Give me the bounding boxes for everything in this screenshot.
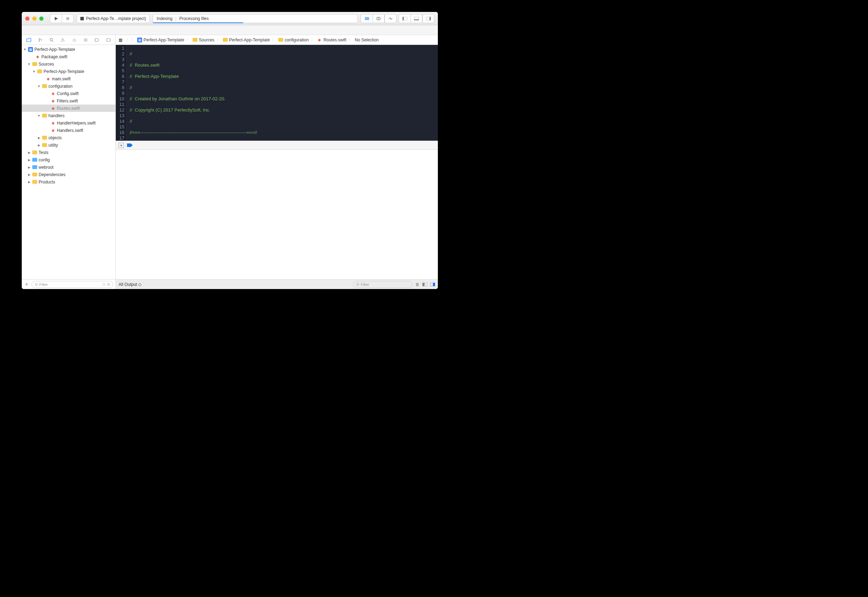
tree-item-package[interactable]: ◉Package.swift — [22, 53, 116, 60]
version-editor-button[interactable] — [385, 14, 397, 23]
tree-item-handlers[interactable]: ▼handlers — [22, 112, 116, 119]
assistant-editor-button[interactable] — [373, 14, 385, 23]
crumb-file[interactable]: ◉Routes.swift — [317, 37, 346, 42]
tree-item-products[interactable]: ▶Products — [22, 178, 116, 186]
tree-item-filters[interactable]: ◉Filters.swift — [22, 97, 116, 104]
tree-project-root[interactable]: ▼▦Perfect-App-Template — [22, 46, 116, 53]
filter-icon: ⊙ — [35, 282, 38, 287]
crumb-project[interactable]: ▦Perfect-App-Template — [137, 37, 184, 42]
forward-button[interactable]: 〉 — [131, 37, 135, 43]
scheme-selector[interactable]: Perfect-App-Te…mplate project) — [76, 14, 150, 23]
xcode-window: Perfect-App-Te…mplate project) Indexing … — [22, 12, 438, 289]
svg-rect-26 — [433, 283, 435, 286]
tree-item-configuration[interactable]: ▼configuration — [22, 82, 116, 90]
tree-item-handlersfile[interactable]: ◉Handlers.swift — [22, 127, 116, 134]
zoom-icon[interactable] — [39, 16, 43, 21]
tree-label: config — [39, 157, 50, 162]
status-processing: Processing files — [179, 16, 209, 21]
filter-placeholder: Filter — [39, 282, 48, 287]
tree-item-pat[interactable]: ▼Perfect-App-Template — [22, 68, 116, 75]
trash-icon[interactable]: 🗑 — [415, 282, 420, 287]
crumb-symbol[interactable]: No Selection — [355, 37, 379, 42]
tree-label: webroot — [39, 165, 54, 170]
tree-label: Filters.swift — [57, 98, 78, 104]
tree-item-config[interactable]: ◉Config.swift — [22, 90, 116, 97]
related-items-icon[interactable]: ▦ — [119, 37, 122, 42]
jump-bar[interactable]: ▦ 〈 〉 ▦Perfect-App-Template〉 Sources〉 Pe… — [116, 35, 438, 45]
svg-marker-0 — [55, 17, 58, 20]
breakpoints-icon[interactable] — [127, 143, 133, 147]
debug-navigator-icon[interactable] — [82, 37, 89, 43]
console-output[interactable] — [116, 150, 438, 279]
tree-label: configuration — [48, 84, 73, 89]
breakpoint-navigator-icon[interactable] — [94, 37, 100, 43]
svg-line-18 — [52, 41, 54, 42]
tree-label: Handlers.swift — [57, 128, 83, 133]
search-navigator-icon[interactable] — [48, 37, 55, 43]
svg-rect-2 — [80, 17, 84, 20]
status-indexing: Indexing — [156, 16, 172, 21]
svg-point-17 — [50, 38, 52, 41]
issue-navigator-icon[interactable]: ⚠︎ — [59, 37, 66, 43]
standard-editor-button[interactable] — [361, 14, 373, 23]
run-button[interactable] — [50, 14, 62, 23]
minimize-icon[interactable] — [32, 16, 37, 21]
window-controls — [25, 16, 43, 21]
svg-rect-9 — [403, 17, 404, 20]
tree-label: Dependencies — [39, 172, 65, 177]
report-navigator-icon[interactable] — [105, 37, 111, 43]
tree-item-routes[interactable]: ◉Routes.swift — [22, 104, 116, 112]
crumb-pat[interactable]: Perfect-App-Template — [223, 37, 270, 42]
toggle-debug-button[interactable] — [410, 14, 422, 23]
add-button[interactable]: ＋ — [24, 281, 30, 288]
source-text[interactable]: // // Routes.swift // Perfect-App-Templa… — [127, 45, 306, 141]
code-editor[interactable]: 1234567891011121314151617181920212223242… — [116, 45, 438, 141]
hide-debug-icon[interactable]: ▾ — [119, 143, 124, 148]
debug-bar: ▾ — [116, 141, 438, 150]
tree-item-sources[interactable]: ▼Sources — [22, 60, 116, 68]
crumb-sources[interactable]: Sources — [193, 37, 214, 42]
console-filter[interactable]: ⊙ Filter — [353, 281, 413, 288]
swift-icon: ◉ — [51, 98, 55, 104]
scm-icon[interactable]: ⊞ — [107, 282, 110, 287]
crumb-configuration[interactable]: configuration — [278, 37, 309, 42]
tree-item-utility[interactable]: ▶utility — [22, 141, 116, 149]
folder-icon — [42, 136, 47, 140]
close-icon[interactable] — [25, 16, 30, 21]
project-icon: ▦ — [28, 47, 33, 52]
tree-item-handlerhelpers[interactable]: ◉HandlerHelpers.swift — [22, 119, 116, 127]
folder-icon — [193, 38, 198, 42]
navigator-selector: ⚠︎ ◇ — [22, 35, 116, 45]
project-icon: ▦ — [137, 37, 142, 42]
back-button[interactable]: 〈 — [125, 37, 129, 43]
tree-label: Sources — [39, 62, 54, 67]
file-tree[interactable]: ▼▦Perfect-App-Template ◉Package.swift ▼S… — [22, 45, 116, 279]
tree-item-configdir[interactable]: ▶config — [22, 156, 116, 163]
filter-icon: ⊙ — [356, 282, 359, 287]
navigator-filter[interactable]: ⊙ Filter ◷ ⊞ — [31, 281, 113, 288]
toggle-inspector-button[interactable] — [422, 14, 434, 23]
stop-button[interactable] — [62, 14, 74, 23]
tree-label: Routes.swift — [57, 106, 80, 111]
tree-item-tests[interactable]: ▶Tests — [22, 149, 116, 156]
variables-pane-icon[interactable] — [422, 283, 427, 286]
folder-icon — [42, 84, 47, 88]
folder-icon — [32, 158, 37, 162]
tree-item-dependencies[interactable]: ▶Dependencies — [22, 171, 116, 178]
output-selector[interactable]: All Output ◇ — [119, 282, 141, 287]
navigator: ⚠︎ ◇ ▼▦Perfect-App-Template ◉Package.swi… — [22, 35, 116, 289]
source-control-navigator-icon[interactable] — [37, 37, 43, 43]
tree-item-main[interactable]: ◉main.swift — [22, 75, 116, 82]
console-pane-icon[interactable] — [430, 283, 435, 286]
folder-icon — [223, 38, 228, 42]
swift-icon: ◉ — [35, 54, 40, 59]
toggle-navigator-button[interactable] — [398, 14, 410, 23]
project-navigator-icon[interactable] — [25, 37, 32, 43]
tree-item-webroot[interactable]: ▶webroot — [22, 163, 116, 171]
tree-label: utility — [48, 143, 58, 148]
test-navigator-icon[interactable]: ◇ — [71, 37, 77, 43]
recent-icon[interactable]: ◷ — [102, 282, 106, 287]
folder-icon — [32, 180, 37, 184]
tree-label: objects — [48, 135, 62, 140]
tree-item-objects[interactable]: ▶objects — [22, 134, 116, 141]
